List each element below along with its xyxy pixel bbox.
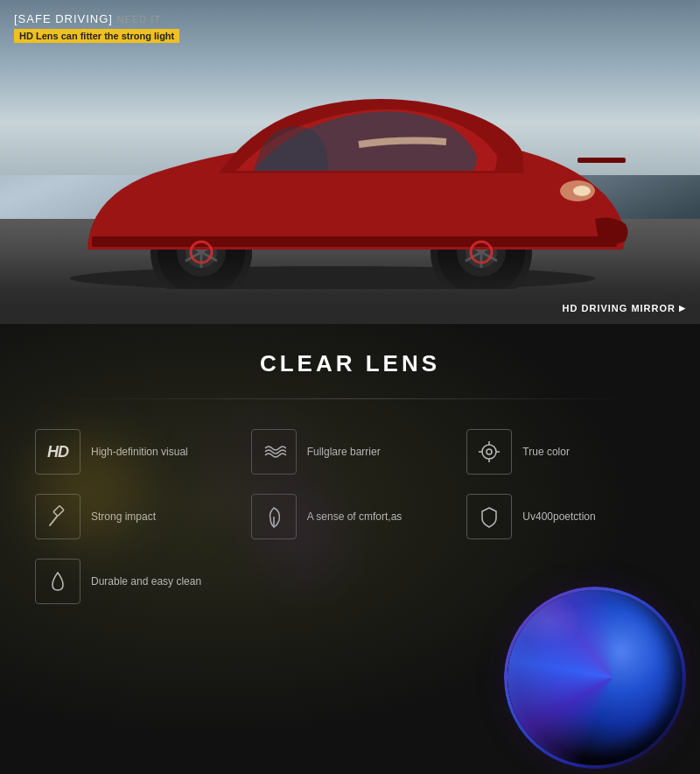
- feature-uv400: Uv400poetction: [458, 489, 674, 545]
- crosshair-icon-box: [466, 429, 512, 475]
- section-title: CLEAR LENS: [0, 324, 700, 398]
- drop-icon: [46, 569, 70, 594]
- crosshair-icon: [477, 440, 501, 464]
- lens-sphere-container: [508, 590, 682, 765]
- bokeh-3: [201, 412, 324, 534]
- hd-driving-label: HD DRIVING MIRROR: [563, 303, 686, 313]
- svg-point-0: [70, 266, 595, 289]
- safe-driving-label: [SAFE DRIVING]: [14, 12, 113, 25]
- uv400-label: Uv400poetction: [522, 510, 595, 524]
- top-badge: [SAFE DRIVING] NEED IT HD Lens can fitte…: [14, 12, 179, 43]
- durable-label: Durable and easy clean: [91, 574, 201, 589]
- car-image: [18, 61, 648, 289]
- need-label: NEED IT: [117, 14, 161, 25]
- shield-icon: [477, 504, 501, 529]
- drop-icon-box: [35, 559, 80, 604]
- features-section: CLEAR LENS HD High-definition visual Ful…: [0, 324, 700, 774]
- lens-sphere: [508, 590, 682, 765]
- hd-banner: HD Lens can fitter the strong light: [14, 29, 179, 43]
- divider: [70, 398, 630, 399]
- svg-point-20: [573, 186, 591, 196]
- svg-point-21: [482, 445, 496, 459]
- bokeh-1: [35, 438, 140, 543]
- svg-rect-15: [578, 158, 626, 163]
- hero-section: [SAFE DRIVING] NEED IT HD Lens can fitte…: [0, 0, 700, 324]
- svg-rect-16: [92, 236, 617, 247]
- feature-durable: Durable and easy clean: [26, 553, 242, 609]
- feature-true-color: True color: [458, 424, 674, 480]
- svg-point-22: [486, 449, 492, 454]
- shield-icon-box: [466, 494, 512, 539]
- safe-driving-text: [SAFE DRIVING] NEED IT: [14, 12, 179, 25]
- true-color-label: True color: [522, 445, 570, 460]
